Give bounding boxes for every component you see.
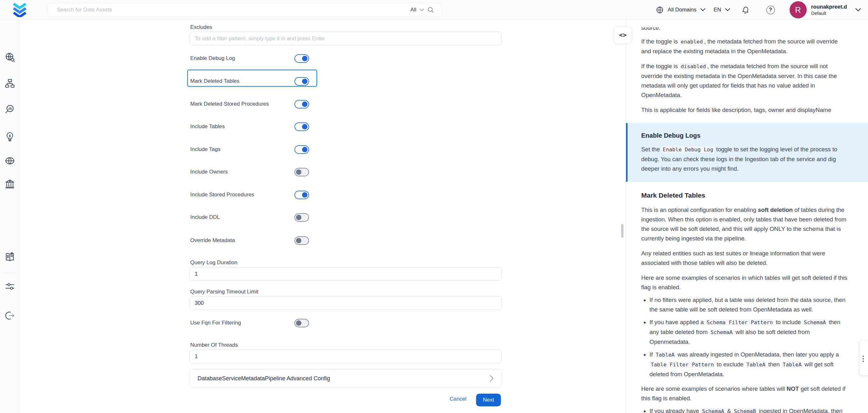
logout-icon <box>4 310 15 321</box>
chevron-down-icon[interactable] <box>855 8 861 12</box>
main-scrollbar-thumb[interactable] <box>621 224 623 238</box>
sidebar-divider <box>3 273 16 273</box>
toggle-knob <box>302 102 307 107</box>
next-button[interactable]: Next <box>476 394 501 406</box>
mark-deleted-tables-toggle[interactable] <box>294 77 309 85</box>
toggle-knob <box>302 192 307 198</box>
floating-widget-tab[interactable] <box>860 340 868 376</box>
sidebar-item-observability[interactable] <box>4 103 16 115</box>
kebab-dot <box>863 358 864 359</box>
number-of-threads-label: Number Of Threads <box>190 342 238 348</box>
not-deleted-scenarios-list: If you already have SchemaA & SchemaB in… <box>641 406 848 413</box>
global-search-bar[interactable]: All <box>48 3 441 17</box>
doc-paragraph: If the toggle is disabled, the metadata … <box>641 62 848 100</box>
sidebar-item-domains[interactable] <box>4 155 16 167</box>
mark-deleted-stored-procedures-toggle[interactable] <box>294 100 309 108</box>
search-icon[interactable] <box>427 6 434 13</box>
toggle-label: Include Stored Procedures <box>190 192 294 198</box>
language-dropdown[interactable]: EN <box>714 7 730 13</box>
list-item: If you already have SchemaA & SchemaB in… <box>650 406 848 413</box>
list-item: If TableA was already ingested in OpenMe… <box>650 350 848 379</box>
query-log-duration-input[interactable] <box>190 267 501 281</box>
doc-paragraph: Here are some examples of scenarios wher… <box>641 384 848 403</box>
query-log-duration-label: Query Log Duration <box>190 260 237 266</box>
user-menu[interactable]: rounakpreet.d Default <box>811 3 847 16</box>
toggle-label: Mark Deleted Stored Procedures <box>190 101 294 107</box>
toggle-label: Include Tags <box>190 146 294 152</box>
toggle-label: Enable Debug Log <box>190 55 294 62</box>
include-owners-toggle[interactable] <box>294 168 309 176</box>
mark-deleted-tables-heading: Mark Deleted Tables <box>641 191 848 200</box>
cancel-button[interactable]: Cancel <box>445 396 471 402</box>
documentation-panel: source. If the toggle is enabled, the me… <box>626 20 868 413</box>
user-avatar[interactable]: R <box>789 1 807 19</box>
sidebar-item-knowledge-center[interactable] <box>4 251 16 263</box>
advanced-config-label: DatabaseServiceMetadataPipeline Advanced… <box>197 375 330 382</box>
use-fqn-for-filtering-toggle[interactable] <box>294 319 309 328</box>
doc-paragraph: This is an optional configuration for en… <box>641 205 848 243</box>
chevron-down-icon[interactable] <box>420 8 424 11</box>
chevron-down-icon <box>725 8 730 11</box>
toggle-row-mark-deleted-stored-procedures: Mark Deleted Stored Procedures <box>190 96 309 112</box>
user-team: Default <box>811 10 847 16</box>
insights-lightbulb-icon <box>4 131 15 142</box>
number-of-threads-input[interactable] <box>190 350 501 363</box>
toggle-knob <box>302 79 307 84</box>
sitemap-icon <box>4 78 15 89</box>
include-ddl-toggle[interactable] <box>294 213 309 222</box>
sidebar-item-explore[interactable] <box>4 51 16 63</box>
sidebar-item-insights[interactable] <box>4 131 16 142</box>
search-input[interactable] <box>48 7 410 13</box>
domains-dropdown[interactable]: All Domains <box>656 6 705 14</box>
enable-debug-log-toggle[interactable] <box>294 54 309 63</box>
chevron-right-icon <box>490 375 494 382</box>
user-name: rounakpreet.d <box>811 3 847 10</box>
doc-paragraph: If the toggle is enabled, the metadata f… <box>641 37 848 56</box>
toggle-label: Include Owners <box>190 169 294 175</box>
query-parsing-timeout-label: Query Parsing Timeout Limit <box>190 289 258 295</box>
doc-paragraph: This is applicable for fields like descr… <box>641 105 848 115</box>
sidebar-item-logout[interactable] <box>4 310 16 321</box>
observability-search-chart-icon <box>4 104 15 114</box>
doc-paragraph: Here are some examples of scenarios in w… <box>641 273 848 292</box>
enable-debug-logs-callout: Enable Debug Logs Set the Enable Debug L… <box>626 123 868 182</box>
toggle-knob <box>302 56 307 61</box>
toggle-label: Override Metadata <box>190 237 294 244</box>
include-stored-procedures-toggle[interactable] <box>294 191 309 199</box>
doc-clipped-line: source. <box>641 27 848 32</box>
advanced-config-expander[interactable]: DatabaseServiceMetadataPipeline Advanced… <box>190 369 501 388</box>
toggle-row-include-ddl: Include DDL <box>190 209 309 225</box>
list-item: If you have applied a Schema Filter Patt… <box>650 317 848 347</box>
top-bar: All All Domains EN <box>0 0 868 20</box>
excludes-filter-input[interactable] <box>190 32 501 45</box>
sidebar-item-data-assets[interactable] <box>4 78 16 89</box>
notifications-bell-icon[interactable] <box>741 5 750 15</box>
kebab-dot <box>863 361 864 362</box>
settings-sliders-icon <box>4 281 15 292</box>
sidebar-item-settings[interactable] <box>4 281 16 292</box>
chevron-down-icon <box>700 8 705 11</box>
toggle-code-view-button[interactable]: <> <box>614 26 632 44</box>
toggle-row-use-fqn-for-filtering: Use Fqn For Filtering <box>190 315 309 331</box>
toggle-row-override-metadata: Override Metadata <box>190 233 309 248</box>
sidebar-item-govern[interactable] <box>4 178 16 190</box>
include-tags-toggle[interactable] <box>294 145 309 154</box>
query-parsing-timeout-input[interactable] <box>190 296 501 310</box>
excludes-label: Excludes <box>190 24 212 30</box>
domains-label: All Domains <box>668 7 696 13</box>
toggle-label: Use Fqn For Filtering <box>190 320 294 326</box>
override-metadata-toggle[interactable] <box>294 236 309 245</box>
toggle-knob <box>296 215 301 220</box>
knowledge-book-icon <box>4 251 15 262</box>
toggle-knob <box>296 238 301 243</box>
openmetadata-logo-icon[interactable] <box>11 3 28 17</box>
doc-paragraph: Any related entities such as test suites… <box>641 249 848 268</box>
toggle-knob <box>302 147 307 152</box>
search-scope-dropdown[interactable]: All <box>410 7 416 13</box>
toggle-row-include-tables: Include Tables <box>190 118 309 135</box>
include-tables-toggle[interactable] <box>294 123 309 131</box>
toggle-row-enable-debug-log: Enable Debug Log <box>190 50 309 66</box>
toggle-row-include-owners: Include Owners <box>190 164 309 180</box>
help-icon[interactable]: ? <box>766 6 775 14</box>
kebab-dot <box>863 355 864 357</box>
